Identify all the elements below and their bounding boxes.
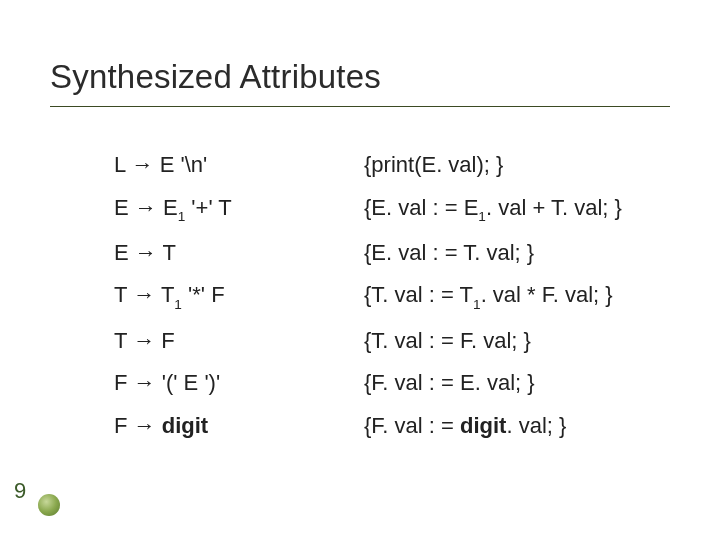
semantic-rule: {T. val : = T1. val * F. val; } [364, 281, 630, 311]
arrow-icon: → [135, 240, 157, 265]
production-row: E → E1 '+' T [114, 194, 304, 224]
slide-title: Synthesized Attributes [50, 58, 670, 96]
prod-lhs: F [114, 413, 127, 438]
subscript: 1 [174, 297, 182, 312]
subscript: 1 [473, 297, 481, 312]
prod-rhs: digit [162, 413, 208, 438]
production-row: T → T1 '*' F [114, 281, 304, 311]
rule-text: . val * F. val; } [481, 282, 613, 307]
prod-rhs: ')' [204, 370, 220, 395]
arrow-icon: → [133, 282, 155, 307]
rule-text: {E. val : = E [364, 195, 478, 220]
semantic-rule: {F. val : = digit. val; } [364, 412, 630, 440]
prod-rhs: T [161, 282, 174, 307]
semantic-rule: {F. val : = E. val; } [364, 369, 630, 397]
prod-lhs: E [114, 240, 129, 265]
prod-rhs: E [184, 370, 199, 395]
arrow-icon: → [135, 195, 157, 220]
prod-lhs: L [114, 152, 125, 177]
arrow-icon: → [132, 152, 154, 177]
semantics-column: {print(E. val); } {E. val : = E1. val + … [364, 151, 630, 439]
semantic-rule: {E. val : = E1. val + T. val; } [364, 194, 630, 224]
production-row: L → E '\n' [114, 151, 304, 179]
productions-column: L → E '\n' E → E1 '+' T E → T T → T1 [114, 151, 304, 439]
subscript: 1 [478, 209, 486, 224]
arrow-icon: → [133, 328, 155, 353]
page-number: 9 [14, 478, 26, 504]
prod-rhs: '(' [162, 370, 178, 395]
rule-text: {T. val : = T [364, 282, 473, 307]
rule-text: {F. val : = [364, 413, 460, 438]
prod-rhs: T [163, 240, 176, 265]
prod-lhs: F [114, 370, 127, 395]
prod-rhs: E [163, 195, 178, 220]
arrow-icon: → [134, 370, 156, 395]
bullet-dot-icon [38, 494, 60, 516]
slide: Synthesized Attributes L → E '\n' E → E1… [0, 0, 720, 540]
prod-rhs: T [218, 195, 231, 220]
subscript: 1 [178, 209, 186, 224]
prod-op: '+' [191, 195, 212, 220]
prod-lhs: T [114, 282, 127, 307]
prod-rhs: F [211, 282, 224, 307]
production-row: E → T [114, 239, 304, 267]
arrow-icon: → [134, 413, 156, 438]
title-rule [50, 106, 670, 107]
production-row: F → digit [114, 412, 304, 440]
semantic-rule: {E. val : = T. val; } [364, 239, 630, 267]
rule-text: digit [460, 413, 506, 438]
prod-rhs: E [160, 152, 175, 177]
rule-text: . val + T. val; } [486, 195, 622, 220]
prod-op: '*' [188, 282, 205, 307]
prod-lhs: T [114, 328, 127, 353]
semantic-rule: {print(E. val); } [364, 151, 630, 179]
prod-rhs: '\n' [180, 152, 207, 177]
content-area: L → E '\n' E → E1 '+' T E → T T → T1 [50, 151, 670, 439]
prod-lhs: E [114, 195, 129, 220]
production-row: T → F [114, 327, 304, 355]
semantic-rule: {T. val : = F. val; } [364, 327, 630, 355]
production-row: F → '(' E ')' [114, 369, 304, 397]
prod-rhs: F [161, 328, 174, 353]
rule-text: . val; } [506, 413, 566, 438]
